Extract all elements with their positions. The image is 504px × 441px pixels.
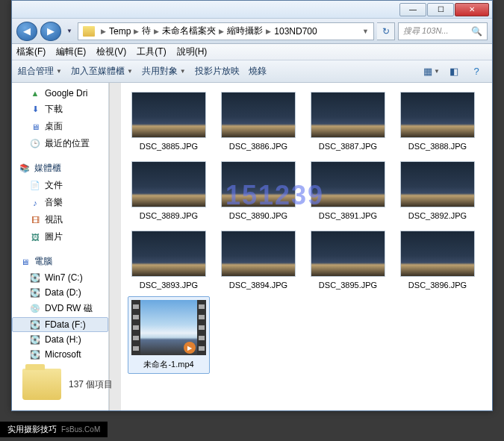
address-bar[interactable]: ▶ Temp ▶ 待 ▶ 未命名檔案夾 ▶ 縮時攝影 ▶ 103ND700 ▼ (78, 22, 374, 40)
computer-section: 🖥電腦 💽Win7 (C:) 💽Data (D:) 💿DVD RW 磁 💽FDa… (12, 253, 108, 362)
file-item[interactable]: DSC_3888.JPG (400, 92, 475, 151)
video-thumbnail: ▶ (131, 300, 206, 355)
file-item[interactable]: DSC_3889.JPG (131, 161, 206, 220)
file-name: DSC_3895.JPG (319, 281, 377, 290)
sidebar-scrollbar[interactable] (109, 83, 121, 410)
menu-file[interactable]: 檔案(F) (16, 46, 46, 58)
close-button[interactable]: ✕ (455, 3, 489, 16)
menu-help[interactable]: 說明(H) (177, 46, 208, 58)
sidebar-item-pictures[interactable]: 🖼圖片 (12, 228, 108, 245)
item-count: 137 個項目 (69, 378, 113, 391)
file-item[interactable]: DSC_3895.JPG (311, 231, 385, 290)
chevron-right-icon: ▶ (216, 28, 227, 35)
video-frame: ▶ (140, 300, 197, 355)
breadcrumb-item[interactable]: 103ND700 (274, 26, 317, 37)
computer-header[interactable]: 🖥電腦 (12, 253, 108, 270)
image-thumbnail (131, 161, 206, 207)
file-name: DSC_3893.JPG (140, 281, 198, 290)
search-input[interactable]: 搜尋 103N... 🔍 (398, 22, 488, 40)
organize-button[interactable]: 組合管理▼ (18, 65, 62, 78)
image-thumbnail (131, 231, 206, 277)
breadcrumb-item[interactable]: Temp (109, 26, 131, 37)
preview-pane-button[interactable]: ◧ (444, 63, 464, 80)
file-item[interactable]: DSC_3894.JPG (221, 231, 296, 290)
chevron-right-icon: ▶ (263, 28, 274, 35)
titlebar: — ☐ ✕ (12, 1, 492, 19)
libraries-header[interactable]: 📚媒體櫃 (12, 160, 108, 177)
file-name: DSC_3892.JPG (408, 211, 467, 220)
file-name: DSC_3890.JPG (229, 211, 287, 220)
back-button[interactable]: ◀ (16, 22, 37, 41)
image-thumbnail (400, 161, 475, 207)
search-placeholder: 搜尋 103N... (403, 25, 449, 37)
view-options-button[interactable]: ▦▼ (422, 63, 441, 80)
document-icon: 📄 (30, 181, 40, 191)
file-item[interactable]: DSC_3893.JPG (131, 231, 206, 290)
file-item[interactable]: DSC_3891.JPG (311, 161, 385, 220)
minimize-button[interactable]: — (399, 3, 426, 16)
libraries-section: 📚媒體櫃 📄文件 ♪音樂 🎞視訊 🖼圖片 (12, 160, 108, 245)
sidebar-item-downloads[interactable]: ⬇下載 (12, 101, 108, 118)
file-name: DSC_3891.JPG (319, 211, 377, 220)
sidebar-item-desktop[interactable]: 🖥桌面 (12, 118, 108, 135)
file-item[interactable]: DSC_3892.JPG (400, 161, 475, 220)
menu-edit[interactable]: 編輯(E) (56, 46, 86, 58)
file-item-selected[interactable]: ▶ 未命名-1.mp4 (128, 296, 210, 374)
sidebar-item-googledrive[interactable]: ▲Google Dri (12, 86, 108, 101)
refresh-button[interactable]: ↻ (377, 22, 395, 40)
sidebar-item-drive-h[interactable]: 💽Data (H:) (12, 332, 108, 347)
menu-view[interactable]: 檢視(V) (96, 46, 126, 58)
drive-icon: 💽 (30, 334, 40, 345)
burn-button[interactable]: 燒錄 (249, 65, 267, 78)
menu-tools[interactable]: 工具(T) (137, 46, 166, 58)
music-icon: ♪ (30, 198, 40, 208)
image-thumbnail (311, 92, 385, 138)
include-library-button[interactable]: 加入至媒體櫃▼ (71, 65, 133, 78)
chevron-down-icon[interactable]: ▼ (359, 28, 372, 35)
sidebar-item-drive-d[interactable]: 💽Data (D:) (12, 285, 108, 300)
drive-icon: 💽 (30, 287, 40, 298)
slideshow-button[interactable]: 投影片放映 (195, 65, 240, 78)
forward-button[interactable]: ▶ (40, 22, 61, 41)
sidebar-item-dvd[interactable]: 💿DVD RW 磁 (12, 300, 108, 317)
breadcrumb-item[interactable]: 縮時攝影 (227, 25, 263, 37)
file-name: DSC_3896.JPG (408, 281, 467, 290)
play-icon: ▶ (184, 342, 196, 354)
file-list-pane[interactable]: DSC_3885.JPG DSC_3886.JPG DSC_3887.JPG D… (121, 83, 492, 410)
sidebar-item-recent[interactable]: 🕒最近的位置 (12, 135, 108, 152)
body-area: ▲Google Dri ⬇下載 🖥桌面 🕒最近的位置 📚媒體櫃 📄文件 ♪音樂 … (12, 83, 492, 410)
recent-icon: 🕒 (30, 139, 40, 149)
share-button[interactable]: 共用對象▼ (142, 65, 186, 78)
file-name: DSC_3894.JPG (229, 281, 287, 290)
file-name: DSC_3886.JPG (229, 142, 287, 151)
maximize-button[interactable]: ☐ (427, 3, 454, 16)
image-thumbnail (311, 231, 385, 277)
sidebar-item-drive-c[interactable]: 💽Win7 (C:) (12, 270, 108, 285)
drive-icon: 💽 (30, 272, 40, 283)
library-icon: 📚 (19, 163, 30, 174)
drive-icon: 💽 (30, 349, 40, 360)
sidebar-item-documents[interactable]: 📄文件 (12, 177, 108, 194)
history-dropdown[interactable]: ▼ (64, 28, 75, 34)
sidebar-item-music[interactable]: ♪音樂 (12, 194, 108, 211)
image-thumbnail (400, 92, 475, 138)
image-thumbnail (221, 231, 296, 277)
help-button[interactable]: ? (467, 63, 486, 80)
file-name: DSC_3889.JPG (140, 211, 198, 220)
file-item[interactable]: DSC_3885.JPG (131, 92, 206, 151)
navigation-pane: ▲Google Dri ⬇下載 🖥桌面 🕒最近的位置 📚媒體櫃 📄文件 ♪音樂 … (12, 83, 109, 410)
thumbnail-grid: DSC_3885.JPG DSC_3886.JPG DSC_3887.JPG D… (121, 83, 492, 379)
chevron-right-icon: ▶ (98, 28, 109, 35)
file-item[interactable]: DSC_3890.JPG (221, 161, 296, 220)
footer-brand-text: 实用摄影技巧 (7, 424, 57, 435)
explorer-window: — ☐ ✕ ◀ ▶ ▼ ▶ Temp ▶ 待 ▶ 未命名檔案夾 ▶ 縮時攝影 ▶… (11, 0, 493, 411)
sidebar-item-videos[interactable]: 🎞視訊 (12, 211, 108, 228)
file-item[interactable]: DSC_3887.JPG (311, 92, 385, 151)
file-item[interactable]: DSC_3896.JPG (400, 231, 475, 290)
sidebar-item-drive-ms[interactable]: 💽Microsoft (12, 347, 108, 362)
breadcrumb-item[interactable]: 未命名檔案夾 (162, 25, 216, 37)
file-name: DSC_3887.JPG (319, 142, 377, 151)
breadcrumb-item[interactable]: 待 (142, 25, 151, 37)
sidebar-item-drive-f[interactable]: 💽FData (F:) (12, 317, 108, 332)
file-item[interactable]: DSC_3886.JPG (221, 92, 296, 151)
